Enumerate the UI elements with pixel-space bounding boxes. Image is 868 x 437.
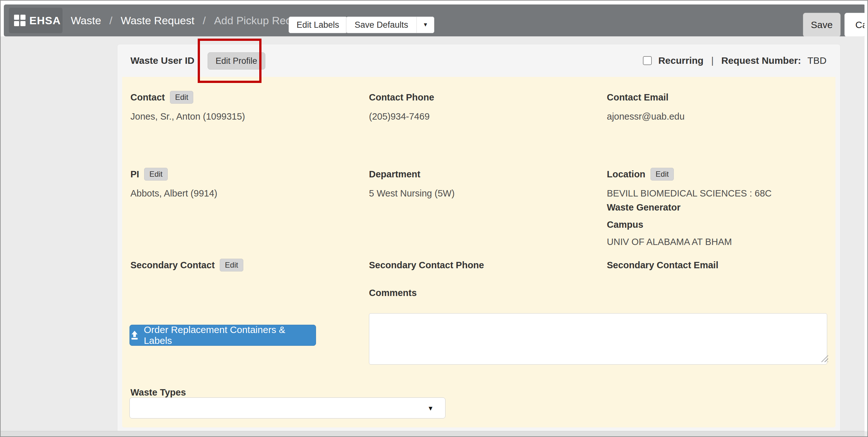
secondary-contact-field: Secondary Contact Edit [130,259,243,272]
contact-field: Contact Edit [130,91,193,104]
order-replacement-button[interactable]: Order Replacement Containers & Labels [129,325,316,346]
cancel-button[interactable]: Cancel [844,13,865,36]
contact-email-value: ajonessr@uab.edu [607,111,685,122]
header-right-group: Recurring | Request Number: TBD [643,44,827,77]
contact-phone-value: (205)934-7469 [369,111,430,122]
pi-value: Abbots, Albert (9914) [130,188,217,199]
breadcrumb-item-waste[interactable]: Waste [71,14,101,27]
horizontal-scrollbar[interactable] [1,431,865,436]
caret-down-icon: ▼ [423,22,428,28]
request-number-label: Request Number: [721,55,801,66]
caret-down-icon: ▼ [427,398,434,419]
department-label: Department [369,169,420,180]
contact-value: Jones, Sr., Anton (1099315) [130,111,245,122]
location-value: BEVILL BIOMEDICAL SCIENCES : 68C [607,188,772,199]
recurring-checkbox[interactable] [643,56,652,65]
app-grid-icon [14,15,26,26]
save-defaults-caret-button[interactable]: ▼ [416,17,434,33]
pi-label: PI [130,169,139,180]
waste-types-select[interactable]: ▼ [129,398,445,418]
location-field: Location Edit [607,168,674,181]
breadcrumb-item-waste-request[interactable]: Waste Request [121,14,194,27]
contact-edit-button[interactable]: Edit [170,91,193,104]
breadcrumb-separator: / [203,14,206,27]
brand-label: EHSA [29,14,61,27]
comments-label: Comments [369,288,417,298]
secondary-contact-phone-label: Secondary Contact Phone [369,260,484,271]
breadcrumb: Waste / Waste Request / Add Pickup Reque… [71,4,312,36]
secondary-contact-edit-button[interactable]: Edit [220,259,243,272]
panel-title: Waste User ID [130,44,194,77]
comments-textarea[interactable] [369,313,827,365]
pi-edit-button[interactable]: Edit [144,168,167,181]
edit-profile-button[interactable]: Edit Profile [208,52,265,69]
order-replacement-label: Order Replacement Containers & Labels [144,324,316,346]
recurring-label: Recurring [658,55,704,66]
contact-label: Contact [130,92,165,103]
request-number-value: TBD [807,55,827,66]
department-value: 5 West Nursing (5W) [369,188,455,199]
location-edit-button[interactable]: Edit [651,168,674,181]
ehsa-brand[interactable]: EHSA [9,8,62,33]
ehsa-app-screen: EHSA Waste / Waste Request / Add Pickup … [0,0,868,437]
pi-field: PI Edit [130,168,168,181]
campus-value: UNIV OF ALABAMA AT BHAM [607,237,732,247]
secondary-contact-label: Secondary Contact [130,260,215,271]
header-separator: | [710,55,715,66]
waste-types-label: Waste Types [130,387,186,398]
secondary-contact-email-label: Secondary Contact Email [607,260,718,271]
save-defaults-split-button: Save Defaults ▼ [346,17,434,33]
upload-icon [130,331,140,340]
save-defaults-button[interactable]: Save Defaults [346,17,416,33]
waste-generator-label: Waste Generator [607,202,681,213]
top-navbar: EHSA Waste / Waste Request / Add Pickup … [4,4,865,36]
location-label: Location [607,169,645,180]
panel-header: Waste User ID Edit Profile Recurring | R… [117,44,840,77]
save-button[interactable]: Save [803,13,841,36]
pickup-request-panel: Waste User ID Edit Profile Recurring | R… [117,44,841,433]
breadcrumb-separator: / [110,14,112,27]
edit-labels-button[interactable]: Edit Labels [288,17,347,33]
contact-email-label: Contact Email [607,92,669,103]
campus-label: Campus [607,219,643,230]
contact-phone-label: Contact Phone [369,92,434,103]
panel-body: Contact Edit Jones, Sr., Anton (1099315)… [122,77,835,428]
right-edge-strip [865,1,867,431]
